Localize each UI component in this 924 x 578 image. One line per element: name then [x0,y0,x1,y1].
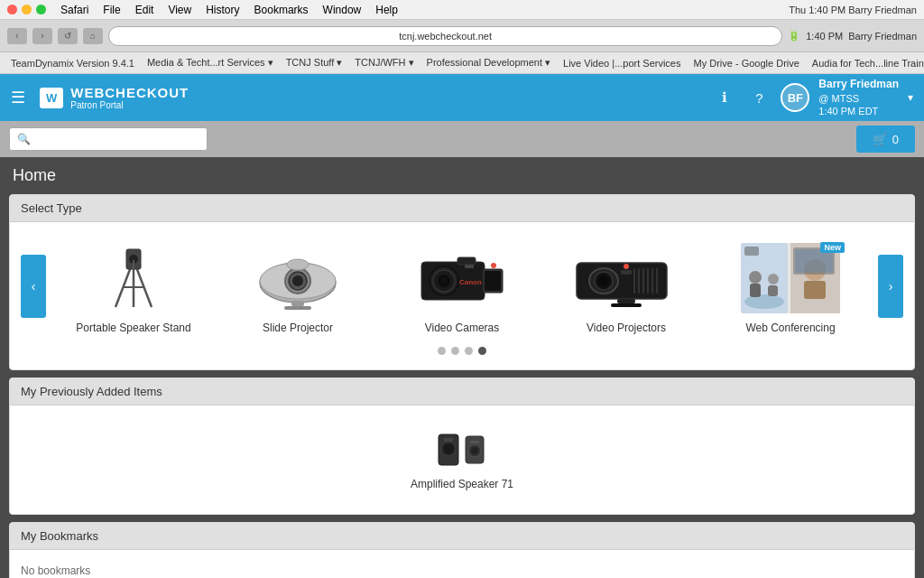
svg-rect-38 [617,299,635,303]
svg-rect-39 [611,303,642,307]
menu-bookmarks[interactable]: Bookmarks [254,4,309,16]
menu-file[interactable]: File [103,4,120,16]
video-projector-image [572,242,680,314]
help-button[interactable]: ? [746,85,772,110]
bookmarks-section-body: No bookmarks [10,550,914,578]
carousel-item-speaker-stand[interactable]: Portable Speaker Stand [60,242,208,340]
bm-tcnjwfh[interactable]: TCNJ/WFH [349,55,419,70]
carousel-next-button[interactable]: › [878,255,903,318]
previously-added-section: My Previously Added Items [9,378,915,515]
new-badge: New [820,242,845,253]
select-type-body: ‹ [10,222,914,369]
mac-menu-bar: Safari File Edit View History Bookmarks … [0,0,924,20]
carousel-dot-1[interactable] [438,347,446,355]
web-conferencing-label: Web Conferencing [745,322,835,340]
browser-toolbar: ‹ › ↺ ⌂ tcnj.webcheckout.net 🔋 1:40 PM B… [0,20,924,52]
bm-profdev[interactable]: Professional Development [421,55,556,70]
svg-rect-45 [750,284,761,297]
menu-help[interactable]: Help [375,4,398,16]
svg-rect-22 [457,257,476,265]
video-camera-label: Video Cameras [425,322,500,340]
brand-name: WEBCHECKOUT [70,85,189,100]
user-name-browser: Barry Friedman [848,31,917,42]
prev-item-speaker[interactable]: Amplified Speaker 71 [411,429,513,490]
bm-media[interactable]: Media & Techt...rt Services [142,55,279,70]
menu-edit[interactable]: Edit [135,4,154,16]
no-bookmarks-label: No bookmarks [21,561,903,578]
battery-icon: 🔋 [788,30,800,42]
carousel-item-slide-projector[interactable]: Slide Projector [224,242,372,340]
prev-items-list: Amplified Speaker 71 [24,420,900,499]
main-content: Home Select Type ‹ [0,157,924,578]
speaker-stand-label: Portable Speaker Stand [76,322,190,340]
user-avatar[interactable]: BF [781,83,809,112]
svg-rect-31 [638,268,640,294]
svg-point-44 [749,271,762,284]
carousel-item-web-conferencing[interactable]: New [716,242,864,340]
svg-rect-47 [768,285,778,296]
bm-livevideo[interactable]: Live Video |...port Services [558,56,686,70]
menu-window[interactable]: Window [323,4,362,16]
menu-history[interactable]: History [206,4,239,16]
bookmarks-section-header: My Bookmarks [10,523,914,550]
svg-rect-35 [656,268,658,294]
info-button[interactable]: ℹ [712,85,737,110]
url-text: tcnj.webcheckout.net [399,31,492,42]
cart-button[interactable]: 🛒 0 [856,126,915,153]
menu-safari[interactable]: Safari [60,4,88,16]
svg-point-29 [598,275,609,286]
carousel-prev-button[interactable]: ‹ [21,255,46,318]
prev-item-speaker-label: Amplified Speaker 71 [411,478,513,490]
user-dropdown-arrow[interactable]: ▾ [908,91,913,104]
close-button[interactable] [7,5,17,14]
carousel-items: Portable Speaker Stand [46,233,878,340]
speaker-stand-image [79,242,188,314]
search-input[interactable] [36,133,180,145]
bookmarks-bar: TeamDynamix Version 9.4.1 Media & Techt.… [0,52,924,74]
bm-audia[interactable]: Audia for Tech...line Training [807,56,924,70]
bm-tcnj[interactable]: TCNJ Stuff [281,55,348,70]
svg-point-11 [292,275,303,286]
window-controls[interactable] [7,5,46,14]
search-input-wrap[interactable]: 🔍 [9,127,208,151]
previously-added-body: Amplified Speaker 71 [10,406,914,514]
svg-point-12 [287,259,309,270]
bm-googledrive[interactable]: My Drive - Google Drive [688,56,805,70]
minimize-button[interactable] [22,5,32,14]
user-org: @ MTSS [818,92,899,105]
svg-rect-13 [291,301,304,306]
cart-icon: 🛒 [873,133,887,146]
bm-teamdynamix[interactable]: TeamDynamix Version 9.4.1 [5,56,140,70]
back-button[interactable]: ‹ [7,28,27,44]
svg-rect-48 [744,247,759,256]
svg-point-46 [768,274,779,284]
reload-button[interactable]: ↺ [58,28,78,44]
user-time: 1:40 PM EDT [818,105,899,117]
user-info: Barry Friedman @ MTSS 1:40 PM EDT [818,78,899,117]
menu-view[interactable]: View [168,4,191,16]
carousel-item-video-camera[interactable]: Canon Video Cameras [388,242,536,340]
home-button[interactable]: ⌂ [83,28,103,44]
slide-projector-label: Slide Projector [263,322,333,340]
previously-added-header: My Previously Added Items [10,378,914,406]
svg-point-43 [744,294,784,309]
video-projector-label: Video Projectors [587,322,666,340]
carousel-item-video-projector[interactable]: Video Projectors [552,242,700,340]
maximize-button[interactable] [36,5,46,14]
bookmarks-section: My Bookmarks No bookmarks [9,522,915,578]
carousel-dot-3[interactable] [465,347,473,355]
carousel-dot-4[interactable] [478,347,486,355]
logo-icon: W [40,88,63,108]
address-bar[interactable]: tcnj.webcheckout.net [108,26,782,46]
page-title: Home [0,157,924,194]
app-header: ☰ W WEBCHECKOUT Patron Portal ℹ ? BF Bar… [0,74,924,121]
svg-rect-56 [444,438,453,442]
select-type-section: Select Type ‹ [9,194,915,370]
forward-button[interactable]: › [32,28,52,44]
svg-point-36 [624,264,629,269]
svg-rect-34 [651,268,653,294]
svg-rect-60 [470,441,479,443]
carousel-dot-2[interactable] [451,347,459,355]
svg-rect-14 [284,306,311,310]
hamburger-menu[interactable]: ☰ [11,88,25,107]
